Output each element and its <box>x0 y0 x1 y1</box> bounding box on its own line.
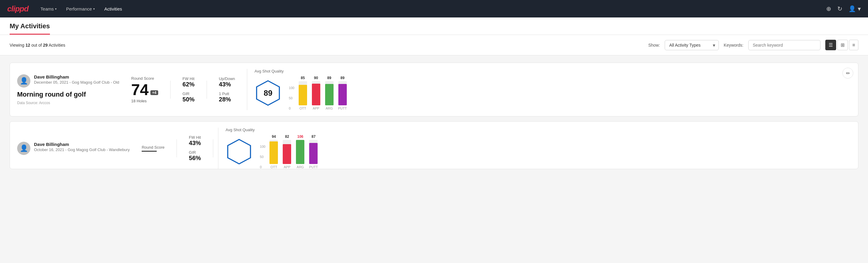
user-menu-icon[interactable]: 👤 ▾ <box>848 5 861 12</box>
round-score-label: Round Score <box>131 76 158 81</box>
updown-label: Up/Down <box>219 77 235 81</box>
chart-y-axis-2: 100 50 0 <box>260 145 265 169</box>
bar-wrapper-putt <box>338 81 347 105</box>
hexagon-shape-2 <box>225 138 253 165</box>
svg-marker-1 <box>228 140 251 164</box>
nav-activities[interactable]: Activities <box>104 6 122 11</box>
gir-item-2: GIR 56% <box>189 150 201 162</box>
gir-value-2: 56% <box>189 155 201 162</box>
teams-chevron-icon: ▾ <box>55 7 57 10</box>
bar-value-app: 90 <box>314 76 318 80</box>
compact-view-button[interactable]: ≡ <box>849 40 858 50</box>
search-input[interactable] <box>748 40 820 50</box>
main-content: ✏ 👤 Dave Billingham December 05, 2021 - … <box>0 55 868 181</box>
one-putt-value: 28% <box>219 96 235 103</box>
bar-fill-ott <box>299 85 307 105</box>
round-score-block: Round Score 74 +4 18 Holes <box>124 76 165 103</box>
bar-col-putt-2: 87 PUTT <box>307 135 319 169</box>
grid-view-button[interactable]: ⊞ <box>837 40 848 50</box>
hex-value: 89 <box>264 88 273 98</box>
one-putt-label: 1 Putt <box>219 91 235 96</box>
bar-value-ott: 85 <box>301 76 305 80</box>
bar-col-putt: 89 PUTT <box>337 76 349 110</box>
nav-actions: ⊕ ↻ 👤 ▾ <box>826 5 861 12</box>
nav-links: Teams ▾ Performance ▾ Activities <box>40 6 122 11</box>
bar-col-ott: 85 OTT <box>297 76 309 110</box>
fw-gir-block: FW Hit 62% GIR 50% <box>175 77 202 103</box>
list-view-button[interactable]: ☰ <box>825 40 836 50</box>
avg-shot-quality-section-2: Avg Shot Quality 100 50 0 <box>218 127 319 169</box>
bar-fill-app-2 <box>283 144 291 164</box>
avg-shot-quality-label: Avg Shot Quality <box>254 69 348 74</box>
bar-chart: 100 50 0 85 OTT <box>289 76 348 110</box>
bar-value-putt: 89 <box>340 76 344 80</box>
bar-label-putt: PUTT <box>338 107 347 110</box>
bar-value-arg-2: 106 <box>297 135 303 139</box>
bar-value-arg: 89 <box>327 76 331 80</box>
bar-value-putt-2: 87 <box>312 135 315 139</box>
user-info-2: Dave Billingham October 16, 2021 - Gog M… <box>34 142 130 152</box>
one-putt-item: 1 Putt 28% <box>219 91 235 103</box>
bar-value-app-2: 82 <box>285 135 289 139</box>
avg-shot-quality-label-2: Avg Shot Quality <box>225 127 319 132</box>
gir-label-2: GIR <box>189 150 201 155</box>
card-inner: 👤 Dave Billingham December 05, 2021 - Go… <box>17 69 851 110</box>
divider-2 <box>207 81 207 99</box>
viewing-text: Viewing 12 out of 29 Activities <box>10 43 65 48</box>
gir-value: 50% <box>183 96 195 103</box>
fw-hit-item-2: FW Hit 43% <box>189 135 201 147</box>
bar-label-putt-2: PUTT <box>309 165 318 169</box>
bar-chart-2: 100 50 0 94 OTT <box>260 135 319 169</box>
bar-wrapper-ott-2 <box>270 140 278 164</box>
view-buttons: ☰ ⊞ ≡ <box>825 40 858 50</box>
fw-hit-value: 62% <box>183 81 195 88</box>
fw-hit-label-2: FW Hit <box>189 135 201 140</box>
activity-type-select[interactable]: All Activity Types <box>665 40 719 50</box>
gir-label: GIR <box>183 91 195 96</box>
hexagon-container: 89 <box>254 80 281 107</box>
avatar-2: 👤 <box>17 142 30 155</box>
page-title: My Activities <box>10 22 50 35</box>
nav-performance[interactable]: Performance ▾ <box>66 6 95 11</box>
user-info: Dave Billingham December 05, 2021 - Gog … <box>34 74 119 85</box>
keywords-label: Keywords: <box>724 43 743 48</box>
fw-gir-block-2: FW Hit 43% GIR 56% <box>182 135 208 162</box>
bar-col-app-2: 82 APP <box>281 135 293 169</box>
divider-1 <box>170 81 170 99</box>
bar-col-arg-2: 106 ARG <box>294 135 306 169</box>
bar-wrapper-arg <box>325 81 334 105</box>
card-left: 👤 Dave Billingham December 05, 2021 - Go… <box>17 74 119 105</box>
navbar: clippd Teams ▾ Performance ▾ Activities … <box>0 0 868 18</box>
refresh-icon[interactable]: ↻ <box>837 5 842 12</box>
bar-fill-arg <box>325 84 334 105</box>
fw-hit-value-2: 43% <box>189 140 201 147</box>
round-score-value: 74 +4 <box>131 82 158 97</box>
bar-fill-app <box>312 84 320 105</box>
logo[interactable]: clippd <box>7 4 29 13</box>
edit-button[interactable]: ✏ <box>842 68 853 79</box>
activity-title: Morning round of golf <box>17 91 119 98</box>
avatar: 👤 <box>17 74 30 88</box>
updown-putt-block: Up/Down 43% 1 Putt 28% <box>212 77 242 103</box>
activity-type-select-wrapper: All Activity Types <box>665 40 719 50</box>
performance-chevron-icon: ▾ <box>93 7 95 10</box>
bar-label-ott-2: OTT <box>270 165 277 169</box>
nav-teams[interactable]: Teams ▾ <box>40 6 57 11</box>
avatar-icon-2: 👤 <box>20 144 28 152</box>
bar-fill-arg-2 <box>296 140 304 164</box>
bar-value-ott-2: 94 <box>272 135 276 139</box>
divider-3 <box>177 139 177 157</box>
bar-col-ott-2: 94 OTT <box>268 135 280 169</box>
bar-fill-putt <box>338 84 347 105</box>
bar-col-app: 90 APP <box>310 76 322 110</box>
filter-right: Show: All Activity Types Keywords: ☰ ⊞ ≡ <box>648 40 858 50</box>
add-icon[interactable]: ⊕ <box>826 5 831 12</box>
show-label: Show: <box>648 43 660 48</box>
round-score-label-2: Round Score <box>142 145 164 150</box>
gir-item: GIR 50% <box>183 91 195 103</box>
activity-card-2: 👤 Dave Billingham October 16, 2021 - Gog… <box>10 121 858 169</box>
round-holes: 18 Holes <box>131 99 158 103</box>
bar-label-app-2: APP <box>284 165 290 169</box>
updown-value: 43% <box>219 81 235 88</box>
bar-wrapper-arg-2 <box>296 140 304 164</box>
